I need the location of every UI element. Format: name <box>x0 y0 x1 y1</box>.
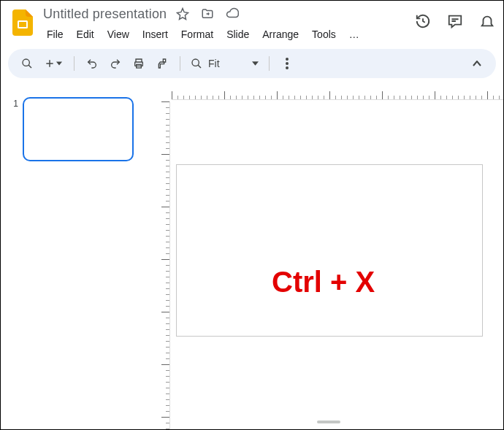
comments-icon[interactable] <box>446 12 464 30</box>
doc-title[interactable]: Untitled presentation <box>43 7 167 22</box>
new-slide-button[interactable] <box>40 53 66 74</box>
notification-icon[interactable] <box>478 12 496 30</box>
zoom-dropdown[interactable]: Fit <box>188 58 261 69</box>
svg-rect-1 <box>19 22 26 27</box>
svg-point-6 <box>286 58 289 61</box>
horizontal-ruler <box>172 88 503 100</box>
slides-logo[interactable] <box>8 8 37 37</box>
canvas-area: Ctrl + X <box>154 84 503 430</box>
svg-point-8 <box>286 66 289 69</box>
menu-format[interactable]: Format <box>176 26 218 43</box>
menu-bar: File Edit View Insert Format Slide Arran… <box>40 23 414 47</box>
collapse-toolbar-icon[interactable] <box>467 53 487 74</box>
menu-edit[interactable]: Edit <box>72 26 99 43</box>
list-item[interactable]: 1 <box>8 97 147 161</box>
slide-number: 1 <box>8 97 18 109</box>
title-area: Untitled presentation File Edit View Ins… <box>40 5 414 47</box>
paint-format-icon[interactable] <box>152 53 172 74</box>
separator <box>74 56 75 71</box>
speaker-notes-handle[interactable] <box>317 421 340 423</box>
print-icon[interactable] <box>129 53 149 74</box>
header: Untitled presentation File Edit View Ins… <box>1 1 503 47</box>
separator <box>180 56 180 71</box>
header-right <box>414 5 496 30</box>
undo-icon[interactable] <box>82 53 102 74</box>
svg-point-2 <box>23 59 29 66</box>
star-icon[interactable] <box>174 5 191 23</box>
overlay-shortcut-text: Ctrl + X <box>272 266 375 299</box>
vertical-ruler <box>159 101 170 430</box>
toolbar-container: Fit <box>1 47 503 84</box>
more-tools-icon[interactable] <box>277 53 297 74</box>
filmstrip[interactable]: 1 <box>1 84 154 430</box>
history-icon[interactable] <box>414 12 432 30</box>
redo-icon[interactable] <box>105 53 126 74</box>
menu-file[interactable]: File <box>42 26 69 43</box>
menu-more[interactable]: … <box>344 26 364 43</box>
zoom-label: Fit <box>207 58 221 69</box>
svg-point-7 <box>286 62 289 65</box>
menu-tools[interactable]: Tools <box>307 26 341 43</box>
menu-view[interactable]: View <box>102 26 134 43</box>
cloud-status-icon[interactable] <box>224 5 241 23</box>
separator <box>269 56 270 71</box>
move-folder-icon[interactable] <box>199 5 216 23</box>
slide-thumbnail[interactable] <box>23 97 134 161</box>
menu-insert[interactable]: Insert <box>137 26 173 43</box>
toolbar: Fit <box>8 49 496 78</box>
slide-canvas[interactable]: Ctrl + X <box>176 164 483 337</box>
svg-point-5 <box>192 59 199 66</box>
menu-arrange[interactable]: Arrange <box>257 26 304 43</box>
workspace: 1 Ctrl + X <box>1 84 503 430</box>
menu-slide[interactable]: Slide <box>221 26 254 43</box>
search-menus-icon[interactable] <box>17 53 37 74</box>
